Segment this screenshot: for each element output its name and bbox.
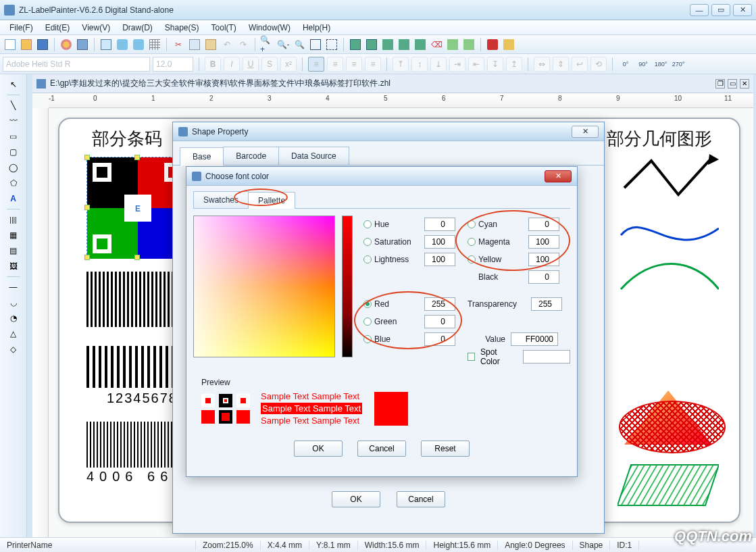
color-ok-button[interactable]: OK bbox=[294, 441, 343, 457]
align-right-button[interactable]: ≡ bbox=[346, 57, 362, 72]
send-back-button[interactable] bbox=[364, 37, 379, 52]
calculator-button[interactable] bbox=[501, 37, 516, 52]
menu-file[interactable]: File(F) bbox=[4, 22, 39, 34]
barcode-tool[interactable]: |||| bbox=[6, 212, 21, 227]
pointer-tool[interactable]: ↖ bbox=[6, 77, 21, 92]
menu-help[interactable]: Help(H) bbox=[297, 22, 336, 34]
hline-tool[interactable]: — bbox=[6, 280, 21, 295]
rotate-180-button[interactable]: 180° bbox=[653, 57, 668, 72]
text-tool[interactable]: A bbox=[6, 191, 21, 206]
menu-edit[interactable]: Edit(E) bbox=[40, 22, 76, 34]
datagrid-tool[interactable]: ▤ bbox=[6, 243, 21, 258]
zoom-out-button[interactable]: 🔍- bbox=[276, 37, 291, 52]
open-button[interactable] bbox=[19, 37, 34, 52]
window-minimize-button[interactable]: — bbox=[690, 4, 709, 16]
spot-color-checkbox[interactable] bbox=[468, 353, 475, 361]
bold-button[interactable]: B bbox=[205, 57, 221, 72]
hatched-ellipse[interactable] bbox=[619, 401, 726, 453]
qrcode-tool[interactable]: ▦ bbox=[6, 228, 21, 243]
new-button[interactable] bbox=[3, 37, 18, 52]
align-left-button[interactable]: ≡ bbox=[308, 57, 324, 72]
color-dialog[interactable]: Choose font color ✕ Swatches Pallette Hu… bbox=[186, 166, 578, 477]
distribute-button[interactable] bbox=[461, 37, 476, 52]
shape-ok-button[interactable]: OK bbox=[332, 491, 380, 507]
font-size-select[interactable] bbox=[153, 57, 193, 72]
rect-tool[interactable]: ▭ bbox=[6, 129, 21, 144]
hue-slider[interactable] bbox=[342, 216, 353, 357]
tab-datasource[interactable]: Data Source bbox=[278, 147, 349, 165]
ungroup-button[interactable] bbox=[397, 37, 411, 52]
align-center-button[interactable]: ≡ bbox=[327, 57, 343, 72]
transparency-input[interactable] bbox=[531, 297, 562, 311]
valign-mid-button[interactable]: ↕ bbox=[411, 57, 428, 72]
print-button[interactable] bbox=[75, 37, 90, 52]
delete-button[interactable]: ⌫ bbox=[429, 37, 444, 52]
grid-button[interactable] bbox=[147, 37, 162, 52]
radio-blue[interactable] bbox=[363, 335, 372, 343]
underline-button[interactable]: U bbox=[243, 57, 259, 72]
redo-button[interactable]: ↷ bbox=[236, 37, 251, 52]
sat-input[interactable] bbox=[424, 235, 455, 249]
rotate-90-button[interactable]: 90° bbox=[636, 57, 651, 72]
cut-button[interactable]: ✂ bbox=[171, 37, 186, 52]
lock-button[interactable] bbox=[413, 37, 428, 52]
spacing-inc-button[interactable]: ⇥ bbox=[449, 57, 465, 72]
blue-input[interactable] bbox=[424, 332, 455, 346]
radio-green[interactable] bbox=[363, 318, 372, 326]
color-gradient-picker[interactable] bbox=[193, 216, 335, 357]
spot-color-input[interactable] bbox=[523, 350, 570, 363]
bring-front-button[interactable] bbox=[348, 37, 363, 52]
zoom-sel-button[interactable] bbox=[324, 37, 339, 52]
radio-yellow[interactable] bbox=[468, 255, 476, 264]
radio-hue[interactable] bbox=[363, 220, 372, 228]
radio-magenta[interactable] bbox=[468, 238, 476, 246]
green-input[interactable] bbox=[424, 315, 455, 328]
fit-height-button[interactable]: ⇕ bbox=[553, 57, 569, 72]
menu-window[interactable]: Window(W) bbox=[243, 22, 296, 34]
zoom-in-button[interactable]: 🔍+ bbox=[259, 37, 274, 52]
subtab-pallette[interactable]: Pallette bbox=[248, 192, 295, 209]
tab-base[interactable]: Base bbox=[180, 147, 224, 166]
radio-light[interactable] bbox=[363, 255, 372, 264]
align-panel-button[interactable] bbox=[445, 37, 460, 52]
undo-button[interactable]: ↶ bbox=[220, 37, 234, 52]
valign-top-button[interactable]: ⤒ bbox=[393, 57, 409, 72]
diamond-tool[interactable]: ◇ bbox=[6, 342, 21, 357]
shape-dialog-close-button[interactable]: ✕ bbox=[572, 126, 599, 138]
spacing-dec-button[interactable]: ⇤ bbox=[468, 57, 484, 72]
menu-view[interactable]: View(V) bbox=[76, 22, 116, 34]
ellipse-tool[interactable]: ◯ bbox=[6, 160, 21, 175]
rotate-0-button[interactable]: 0° bbox=[618, 57, 633, 72]
db-refresh-button[interactable] bbox=[131, 37, 146, 52]
sector-tool[interactable]: ◔ bbox=[6, 311, 21, 326]
roundrect-tool[interactable]: ▢ bbox=[6, 145, 21, 159]
tab-barcode[interactable]: Barcode bbox=[223, 147, 279, 165]
curve-tool[interactable]: 〰 bbox=[6, 114, 21, 128]
font-family-select[interactable] bbox=[3, 57, 150, 72]
triangle-tool[interactable]: △ bbox=[6, 326, 21, 341]
doc-maximize-button[interactable]: ▭ bbox=[728, 79, 737, 89]
color-cancel-button[interactable]: Cancel bbox=[357, 441, 406, 457]
red-input[interactable] bbox=[424, 297, 455, 311]
doc-restore-button[interactable]: ❐ bbox=[715, 79, 725, 89]
copy-button[interactable] bbox=[187, 37, 202, 52]
arc-tool[interactable]: ◡ bbox=[6, 295, 21, 310]
hex-value-input[interactable] bbox=[511, 332, 558, 346]
window-maximize-button[interactable]: ▭ bbox=[711, 4, 730, 16]
export-pdf-button[interactable] bbox=[485, 37, 500, 52]
color-reset-button[interactable]: Reset bbox=[421, 441, 470, 457]
rotate-270-button[interactable]: 270° bbox=[671, 57, 686, 72]
radio-cyan[interactable] bbox=[468, 220, 476, 228]
radio-red[interactable] bbox=[363, 300, 372, 308]
settings-button[interactable] bbox=[59, 37, 74, 52]
sup-button[interactable]: x² bbox=[280, 57, 297, 72]
radio-sat[interactable] bbox=[363, 238, 372, 246]
window-close-button[interactable]: ✕ bbox=[733, 4, 752, 16]
line-tool[interactable]: ╲ bbox=[6, 98, 21, 113]
direction-button[interactable]: ⟲ bbox=[590, 57, 607, 72]
line-inc-button[interactable]: ↧ bbox=[487, 57, 503, 72]
wrap-button[interactable]: ↩ bbox=[572, 57, 588, 72]
cyan-input[interactable] bbox=[528, 218, 559, 231]
database-button[interactable] bbox=[115, 37, 130, 52]
paste-button[interactable] bbox=[203, 37, 218, 52]
